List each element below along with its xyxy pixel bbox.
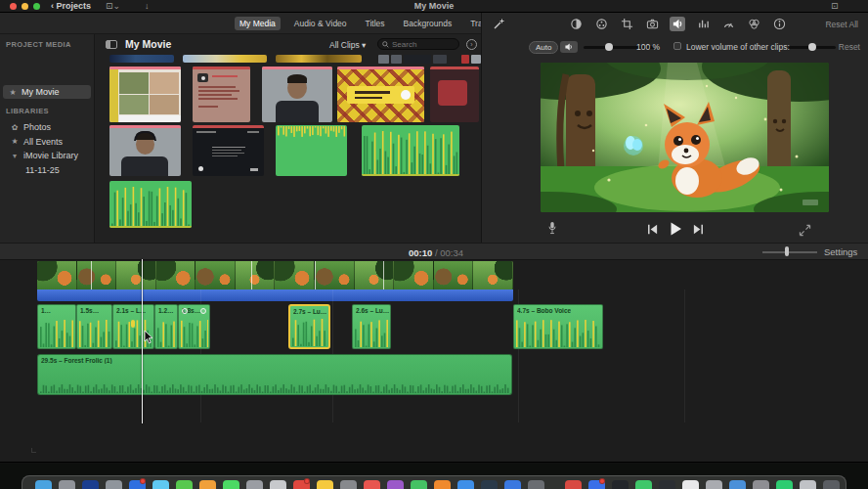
clip-filter-effects-icon[interactable] [746,17,761,31]
tab-titles[interactable]: Titles [361,17,390,30]
mini-thumb[interactable] [378,55,389,64]
fullscreen-icon[interactable] [799,224,811,237]
stabilization-icon[interactable] [644,17,660,31]
clip-info-icon[interactable] [771,17,787,31]
audio-clip[interactable]: 2.7s – Lu… [288,304,330,349]
dock-app-icon[interactable] [776,480,793,489]
voiceover-record-button[interactable] [546,220,558,236]
audio-clip[interactable]: 1.8s… [178,304,210,349]
video-clip-filmstrip[interactable] [37,261,513,289]
crop-icon[interactable] [619,17,634,31]
media-thumb-audio-3[interactable] [109,181,192,228]
media-thumb-screen-recording[interactable] [193,125,264,176]
dock-app-icon[interactable] [434,480,451,489]
media-thumb-audio-1[interactable] [276,125,347,176]
reset-all-button[interactable]: Reset All [825,20,858,29]
dock-app-icon[interactable] [387,480,404,489]
dock-app-icon[interactable] [729,480,746,489]
enhance-wand-icon[interactable] [492,18,505,31]
search-input-box[interactable] [377,38,459,50]
dock-app-icon[interactable] [176,480,193,489]
mini-thumb[interactable] [391,55,402,64]
noise-eq-icon[interactable] [695,17,711,31]
dock-app-icon[interactable] [106,480,122,489]
volume-slider-knob[interactable] [605,43,613,51]
dock-app-icon[interactable] [565,480,582,489]
media-thumb-podcaster[interactable] [109,125,181,176]
project-strip[interactable] [109,55,174,63]
dock-app-icon[interactable] [457,480,474,489]
play-button[interactable] [668,221,683,237]
dock-app-icon[interactable] [612,480,629,489]
media-thumb-presenter[interactable] [262,67,332,122]
video-audio-track[interactable] [37,289,513,301]
media-thumb-partial[interactable] [430,67,479,122]
dock-app-icon[interactable] [481,480,498,489]
dock-app-icon[interactable] [35,480,52,489]
media-thumb-promo[interactable] [337,67,424,122]
dock-app-icon[interactable] [270,480,286,489]
dock-app-icon[interactable] [364,480,380,489]
dock-app-icon[interactable] [152,480,169,489]
clip-filter-dropdown[interactable]: All Clips ▾ [329,40,366,50]
search-input[interactable] [392,40,455,49]
tab-backgrounds[interactable]: Backgrounds [399,17,457,30]
sidebar-item-11-11-25[interactable]: 11-11-25 [0,163,95,178]
tab-my-media[interactable]: My Media [235,17,281,30]
project-strip[interactable] [276,55,362,63]
mini-thumb[interactable] [433,55,447,64]
background-music-clip[interactable]: 29.5s – Forest Frolic (1) [37,354,512,395]
media-thumb-document[interactable] [193,67,250,122]
dock-app-icon[interactable] [753,480,769,489]
color-correction-icon[interactable] [593,17,609,31]
dock-app-icon[interactable] [706,480,722,489]
mute-button[interactable] [560,41,578,53]
dock-app-icon[interactable] [411,480,427,489]
dock-app-icon[interactable] [504,480,521,489]
ducking-slider-knob[interactable] [808,43,816,51]
audio-clip[interactable]: 1.5s… [76,304,112,349]
sidebar-item-my-movie[interactable]: ★ My Movie [3,85,91,99]
skip-back-button[interactable] [646,223,659,236]
chevron-down-icon[interactable]: ▾ [10,152,20,160]
sidebar-item-all-events[interactable]: ★All Events [0,135,95,150]
fade-handle[interactable] [182,308,188,314]
fade-handle[interactable] [200,308,206,314]
media-thumb-collage[interactable] [109,67,181,122]
color-balance-icon[interactable] [568,17,584,31]
skip-forward-button[interactable] [692,223,705,236]
dock-app-icon[interactable] [340,480,357,489]
auto-volume-button[interactable]: Auto [529,41,558,54]
sidebar-item-photos[interactable]: ✿Photos [0,120,95,135]
audio-clip[interactable]: 4.7s – Bobo Voice [513,304,603,349]
sidebar-item-imovie-library[interactable]: ▾iMovie Library [0,149,95,163]
dock-app-icon[interactable] [223,480,239,489]
project-strip[interactable] [183,55,267,63]
tab-audio-video[interactable]: Audio & Video [289,17,352,30]
mini-thumb[interactable] [404,55,431,64]
dock-app-icon[interactable] [199,480,216,489]
speed-icon[interactable] [720,17,736,31]
mini-thumb[interactable] [471,55,481,64]
audio-clip[interactable]: 1.2… [154,304,178,349]
dock-app-icon[interactable] [823,480,840,489]
dock-app-icon[interactable] [528,480,544,489]
dock-app-icon[interactable] [635,480,652,489]
window-action-icon[interactable]: ⊡ [831,1,839,11]
dock-app-icon[interactable] [659,480,675,489]
dock-app-icon[interactable] [682,480,699,489]
dock-app-icon[interactable] [246,480,263,489]
sidebar-toggle-icon[interactable] [106,40,117,49]
timeline-settings-button[interactable]: Settings [824,246,857,257]
reset-button[interactable]: Reset [839,42,860,52]
volume-icon[interactable] [670,17,685,31]
dock-app-icon[interactable] [82,480,99,489]
dock-app-icon[interactable] [317,480,333,489]
media-thumb-audio-2[interactable] [362,125,459,176]
timeline-zoom-slider[interactable] [762,251,817,253]
dock-app-icon[interactable] [800,480,816,489]
audio-clip[interactable]: 1… [37,304,76,349]
mini-thumb[interactable] [461,55,469,64]
lower-volume-checkbox[interactable] [673,42,681,50]
dock-app-icon[interactable] [59,480,75,489]
